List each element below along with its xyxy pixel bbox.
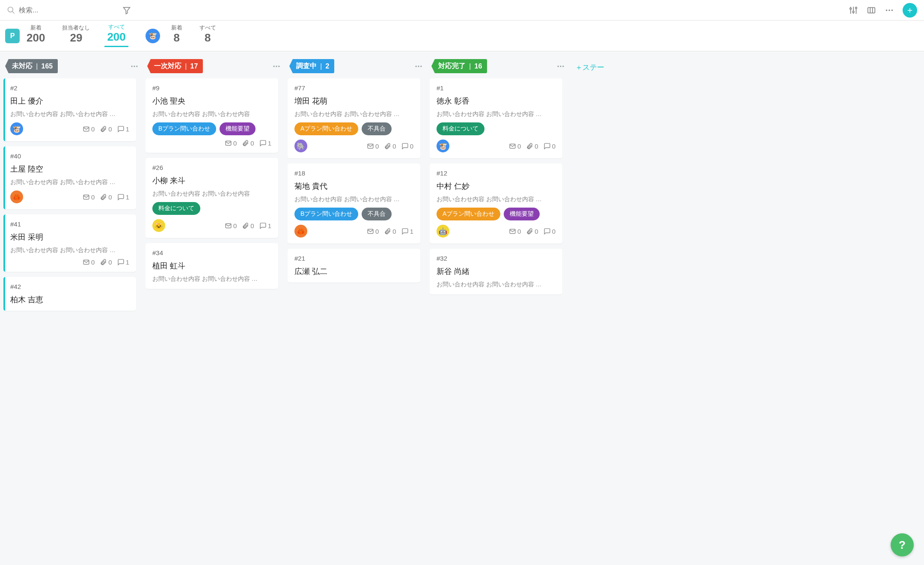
ticket-id: #34	[152, 249, 271, 256]
ticket-card[interactable]: #42柏木 吉恵	[3, 277, 136, 311]
search-box[interactable]	[7, 6, 110, 15]
comment-count: 0	[544, 143, 556, 150]
add-button[interactable]: ＋	[903, 3, 917, 18]
tag-chip[interactable]: 不具合	[362, 208, 392, 220]
kanban-column: 調査中|2#77増田 花萌お問い合わせ内容 お問い合わせ内容 …Aプラン問い合わ…	[288, 56, 425, 560]
column-menu-icon[interactable]	[272, 62, 281, 71]
tag-chip[interactable]: 料金について	[152, 202, 200, 215]
ticket-title: 新谷 尚緒	[437, 266, 556, 277]
attachment-count: 0	[242, 140, 254, 147]
kanban-column: 対応完了|16#1徳永 彰香お問い合わせ内容 お問い合わせ内容 …料金について🐮…	[430, 56, 567, 560]
assignee-avatar[interactable]: 🐘	[294, 140, 307, 152]
tag-chip[interactable]: Aプラン問い合わせ	[294, 122, 358, 135]
ticket-desc: お問い合わせ内容 お問い合わせ内容 …	[437, 281, 556, 288]
card-list[interactable]: #9小池 聖央お問い合わせ内容 お問い合わせ内容Bプラン問い合わせ機能要望001…	[146, 78, 282, 297]
comment-icon	[117, 125, 125, 133]
ticket-card[interactable]: #41米田 采明お問い合わせ内容 お問い合わせ内容 …001	[3, 214, 136, 272]
svg-point-31	[558, 65, 559, 67]
ticket-card[interactable]: #1徳永 彰香お問い合わせ内容 お問い合わせ内容 …料金について🐮000	[430, 78, 562, 158]
kanban-board[interactable]: 未対応|165#2田上 優介お問い合わせ内容 お問い合わせ内容 …🐮001#40…	[0, 51, 924, 565]
stage-badge[interactable]: 調査中|2	[289, 59, 334, 73]
filter-tab[interactable]: 担当者なし29	[59, 24, 92, 47]
stage-badge[interactable]: 一次対応|17	[147, 59, 203, 73]
ticket-card[interactable]: #18菊地 貴代お問い合わせ内容 お問い合わせ内容 …Bプラン問い合わせ不具合🦀…	[288, 164, 420, 244]
comment-icon	[117, 193, 125, 201]
svg-point-14	[891, 9, 893, 11]
ticket-desc: お問い合わせ内容 お問い合わせ内容	[152, 110, 271, 118]
column-menu-icon[interactable]	[414, 62, 423, 71]
tab-label: 担当者なし	[62, 24, 90, 32]
assignee-avatar[interactable]: 🦀	[10, 190, 23, 203]
tag-chip[interactable]: Bプラン問い合わせ	[294, 208, 358, 220]
comment-icon	[401, 228, 409, 235]
ticket-desc: お問い合わせ内容 お問い合わせ内容 …	[10, 110, 129, 118]
column-menu-icon[interactable]	[130, 62, 139, 71]
filter-tab[interactable]: 新着8	[169, 24, 185, 47]
tag-chip[interactable]: 不具合	[362, 122, 392, 135]
column-header: 未対応|165	[3, 56, 140, 78]
board-view-icon[interactable]	[867, 6, 876, 15]
card-footer: 🐱001	[152, 219, 271, 232]
svg-point-8	[856, 7, 857, 9]
sliders-icon[interactable]	[849, 6, 858, 15]
ticket-card[interactable]: #9小池 聖央お問い合わせ内容 お問い合わせ内容Bプラン問い合わせ機能要望001	[146, 78, 278, 153]
topbar-actions: ＋	[849, 3, 917, 18]
card-footer: 🐮001	[10, 122, 129, 135]
ticket-card[interactable]: #32新谷 尚緒お問い合わせ内容 お問い合わせ内容 …	[430, 249, 562, 294]
assignee-avatar[interactable]: 🐱	[152, 219, 165, 232]
ticket-id: #18	[294, 170, 413, 177]
ticket-card[interactable]: #21広瀬 弘二	[288, 249, 420, 282]
ticket-id: #42	[10, 283, 129, 290]
attachment-count: 0	[100, 125, 112, 133]
ticket-card[interactable]: #77増田 花萌お問い合わせ内容 お問い合わせ内容 …Aプラン問い合わせ不具合🐘…	[288, 78, 420, 158]
attachment-icon	[100, 259, 107, 266]
card-stats: 001	[367, 228, 413, 235]
search-input[interactable]	[19, 6, 96, 14]
card-stats: 001	[83, 193, 129, 201]
filter-tab[interactable]: すべて8	[197, 24, 219, 47]
tag-chip[interactable]: Aプラン問い合わせ	[437, 208, 500, 220]
tag-chip[interactable]: 機能要望	[504, 208, 540, 220]
assignee-avatar[interactable]: 🤖	[437, 225, 449, 238]
filter-icon[interactable]	[122, 6, 131, 15]
tag-chip[interactable]: Bプラン問い合わせ	[152, 122, 216, 135]
filter-tabs-bar: P新着200担当者なし29すべて200🐮新着8すべて8	[0, 21, 924, 51]
tabgroup-icon[interactable]: P	[5, 29, 20, 43]
attachment-icon	[242, 222, 249, 229]
add-stage-button[interactable]: ＋ステー	[572, 56, 608, 560]
mail-icon	[509, 228, 516, 235]
ticket-desc: お問い合わせ内容 お問い合わせ内容 …	[10, 247, 129, 254]
ticket-card[interactable]: #12中村 仁妙お問い合わせ内容 お問い合わせ内容 …Aプラン問い合わせ機能要望…	[430, 164, 562, 244]
column-menu-icon[interactable]	[556, 62, 565, 71]
tag-chip[interactable]: 料金について	[437, 122, 484, 135]
ticket-id: #21	[294, 255, 413, 262]
help-button[interactable]: ?	[891, 533, 914, 556]
stage-badge[interactable]: 未対応|165	[5, 59, 58, 73]
svg-point-26	[416, 65, 417, 67]
stage-badge[interactable]: 対応完了|16	[431, 59, 487, 73]
card-list[interactable]: #2田上 優介お問い合わせ内容 お問い合わせ内容 …🐮001#40土屋 陸空お問…	[3, 78, 140, 319]
attachment-count: 0	[526, 228, 538, 235]
ticket-id: #40	[10, 152, 129, 160]
card-list[interactable]: #1徳永 彰香お問い合わせ内容 お問い合わせ内容 …料金について🐮000#12中…	[430, 78, 567, 303]
ticket-card[interactable]: #40土屋 陸空お問い合わせ内容 お問い合わせ内容 …🦀001	[3, 146, 136, 209]
tabgroup-icon[interactable]: 🐮	[146, 29, 160, 43]
ticket-id: #12	[437, 170, 556, 177]
card-stats: 001	[225, 140, 271, 147]
ticket-card[interactable]: #2田上 優介お問い合わせ内容 お問い合わせ内容 …🐮001	[3, 78, 136, 141]
filter-tab[interactable]: すべて200	[104, 23, 128, 47]
filter-tab[interactable]: 新着200	[24, 24, 48, 47]
ticket-id: #41	[10, 220, 129, 228]
assignee-avatar[interactable]: 🐮	[437, 140, 449, 152]
ticket-card[interactable]: #34植田 虹斗お問い合わせ内容 お問い合わせ内容 …	[146, 243, 278, 289]
assignee-avatar[interactable]: 🐮	[10, 122, 23, 135]
card-stats: 000	[509, 228, 556, 235]
card-list[interactable]: #77増田 花萌お問い合わせ内容 お問い合わせ内容 …Aプラン問い合わせ不具合🐘…	[288, 78, 425, 291]
ticket-id: #32	[437, 255, 556, 262]
tab-count: 8	[199, 32, 216, 44]
more-icon[interactable]	[885, 6, 894, 15]
ticket-title: 中村 仁妙	[437, 181, 556, 191]
ticket-card[interactable]: #26小柳 来斗お問い合わせ内容 お問い合わせ内容料金について🐱001	[146, 158, 278, 238]
tag-chip[interactable]: 機能要望	[220, 122, 256, 135]
assignee-avatar[interactable]: 🦀	[294, 225, 307, 238]
